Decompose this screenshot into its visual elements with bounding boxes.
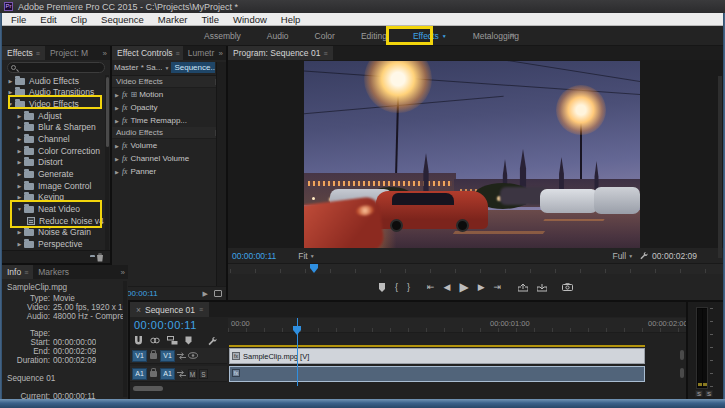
solo-right-button[interactable]: S	[705, 390, 713, 397]
audio-clip[interactable]: fx	[229, 366, 645, 382]
menu-file[interactable]: File	[4, 14, 33, 25]
info-scrollbar[interactable]	[123, 281, 127, 397]
program-video-frame[interactable]	[304, 61, 640, 248]
menu-help[interactable]: Help	[274, 14, 308, 25]
fx-badge-icon[interactable]: fx	[122, 141, 127, 150]
track-height-handle[interactable]	[680, 350, 684, 360]
tree-item-adjust[interactable]: ▶Adjust	[2, 110, 104, 122]
tab-info[interactable]: Info ≡	[2, 265, 33, 279]
tab-markers[interactable]: Markers	[33, 265, 74, 279]
fx-badge-icon[interactable]: fx	[122, 167, 127, 176]
chevron-down-icon[interactable]: ▼	[310, 253, 315, 259]
tree-item-distort[interactable]: ▶Distort	[2, 156, 104, 168]
fx-badge-icon[interactable]: fx	[122, 154, 127, 163]
mark-in-icon[interactable]: {	[395, 282, 398, 292]
lift-icon[interactable]	[518, 283, 528, 292]
tab-program-monitor[interactable]: Program: Sequence 01 ≡	[228, 46, 333, 60]
tree-item-neat-video[interactable]: ▼Neat Video	[2, 203, 104, 215]
panel-overflow-icon[interactable]: »	[121, 265, 128, 279]
track-target-a1[interactable]: A1	[160, 368, 175, 380]
step-back-icon[interactable]: ◀	[443, 282, 450, 292]
program-scrubber[interactable]	[228, 263, 723, 274]
program-scrollbar[interactable]	[718, 76, 722, 258]
mute-button[interactable]: M	[188, 369, 197, 379]
effects-search-input[interactable]	[7, 62, 105, 73]
add-marker-icon[interactable]	[378, 283, 386, 292]
nest-icon[interactable]	[167, 336, 178, 345]
lock-icon[interactable]	[150, 353, 157, 359]
tree-item-color-correction[interactable]: ▶Color Correction	[2, 145, 104, 157]
workspace-tab-assembly[interactable]: Assembly	[198, 31, 247, 41]
zoom-level-select[interactable]: Fit	[298, 251, 307, 261]
playback-resolution-select[interactable]: Full	[612, 251, 626, 261]
tree-item-audio-transitions[interactable]: ▶Audio Transitions	[2, 87, 104, 99]
timeline-playhead[interactable]	[293, 326, 301, 335]
export-frame-icon[interactable]	[214, 290, 222, 297]
solo-button[interactable]: S	[199, 369, 208, 379]
menu-marker[interactable]: Marker	[151, 14, 195, 25]
tree-item-video-effects[interactable]: ▼Video Effects	[2, 98, 104, 110]
panel-menu-icon[interactable]: ≡	[323, 50, 327, 57]
go-to-out-icon[interactable]: ⇥	[494, 282, 502, 292]
source-patch-v1[interactable]: V1	[132, 350, 147, 362]
menu-clip[interactable]: Clip	[64, 14, 94, 25]
tab-effects[interactable]: Effects ≡	[2, 46, 45, 60]
effect-row-opacity[interactable]: ▶fx Opacity ↺	[112, 101, 226, 114]
menu-edit[interactable]: Edit	[33, 14, 63, 25]
menu-sequence[interactable]: Sequence	[94, 14, 151, 25]
chevron-down-icon[interactable]: ▼	[164, 65, 169, 71]
tree-item-generate[interactable]: ▶Generate	[2, 168, 104, 180]
play-button-icon[interactable]: ▶	[459, 280, 468, 294]
fx-badge-icon[interactable]: fx	[122, 116, 127, 125]
panel-overflow-icon[interactable]: »	[103, 46, 110, 60]
workspace-overflow-icon[interactable]: »	[510, 30, 515, 40]
solo-left-button[interactable]: S	[695, 390, 703, 397]
close-icon[interactable]: ×	[136, 305, 141, 315]
effect-row-motion[interactable]: ▶fx ⊞ Motion ↺	[112, 88, 226, 101]
clip-fx-badge-icon[interactable]: fx	[232, 369, 240, 377]
effect-row-time-remapping[interactable]: ▶fx Time Remapp...	[112, 114, 226, 127]
tree-item-keying[interactable]: ▶Keying	[2, 191, 104, 203]
tree-item-reduce-noise-v4[interactable]: Reduce Noise v4	[2, 215, 104, 227]
timeline-horizontal-scrollbar[interactable]	[133, 386, 163, 391]
workspace-tab-audio[interactable]: Audio	[261, 31, 295, 41]
settings-wrench-icon[interactable]	[639, 251, 648, 260]
effect-row-channel-volume[interactable]: ▶fx Channel Volume ↺	[112, 152, 226, 165]
tree-item-perspective[interactable]: ▶Perspective	[2, 238, 104, 250]
extract-icon[interactable]	[537, 283, 547, 292]
step-forward-icon[interactable]: ▶	[478, 282, 485, 292]
panel-menu-icon[interactable]: ≡	[24, 269, 28, 276]
play-icon[interactable]: ▶	[203, 290, 208, 298]
track-height-handle[interactable]	[680, 368, 684, 378]
effect-row-panner[interactable]: ▶fx Panner	[112, 165, 226, 178]
workspace-tab-metalogging[interactable]: Metalogging	[467, 31, 525, 41]
tree-item-blur-sharpen[interactable]: ▶Blur & Sharpen	[2, 122, 104, 134]
workspace-tab-effects[interactable]: Effects▼	[407, 31, 453, 41]
mark-out-icon[interactable]: }	[407, 282, 410, 292]
effect-row-volume[interactable]: ▶fx Volume ↺	[112, 139, 226, 152]
sequence-clip-label[interactable]: Sequence...	[171, 62, 215, 73]
master-clip-label[interactable]: Master * Sa...	[114, 63, 162, 72]
tab-lumetri[interactable]: Lumetr	[183, 46, 219, 60]
delete-icon[interactable]	[96, 253, 104, 262]
timeline-settings-icon[interactable]	[207, 336, 217, 346]
source-patch-a1[interactable]: A1	[132, 368, 147, 380]
toggle-track-output-eye-icon[interactable]	[188, 352, 198, 359]
panel-menu-icon[interactable]: ≡	[36, 50, 40, 57]
add-marker-icon[interactable]	[185, 336, 192, 345]
workspace-tab-editing[interactable]: Editing	[355, 31, 393, 41]
tab-project[interactable]: Project: M	[45, 46, 93, 60]
menu-window[interactable]: Window	[226, 14, 274, 25]
tab-effect-controls[interactable]: Effect Controls ≡	[112, 46, 183, 60]
tab-sequence-01[interactable]: × Sequence 01 ≡	[130, 302, 209, 317]
panel-menu-icon[interactable]: ≡	[176, 50, 180, 57]
chevron-down-icon[interactable]: ▼	[628, 253, 633, 259]
track-target-v1[interactable]: V1	[160, 350, 175, 362]
tree-item-image-control[interactable]: ▶Image Control	[2, 180, 104, 192]
panel-overflow-icon[interactable]: »	[219, 46, 226, 60]
tree-item-noise-grain[interactable]: ▶Noise & Grain	[2, 226, 104, 238]
linked-selection-icon[interactable]	[150, 336, 160, 345]
sync-lock-icon[interactable]	[177, 352, 186, 360]
menu-title[interactable]: Title	[194, 14, 226, 25]
go-to-in-icon[interactable]: ⇤	[427, 282, 435, 292]
